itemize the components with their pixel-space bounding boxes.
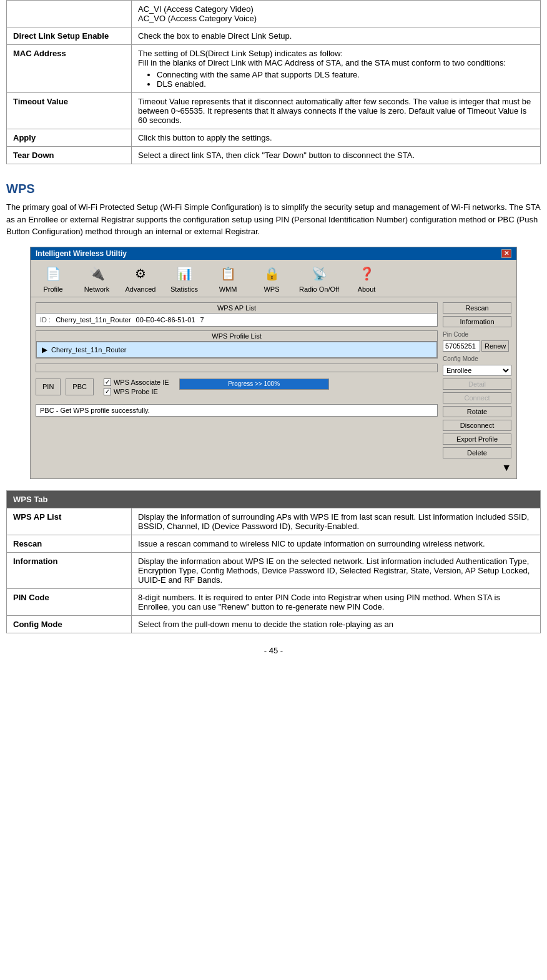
wps-associate-checkbox[interactable]: ✓: [104, 379, 111, 386]
mac-bullet-list: Connecting with the same AP that support…: [157, 70, 534, 89]
wps-table-header: WPS Tab: [7, 490, 541, 508]
title-bar-text: Intelligent Wireless Utiltiy: [36, 249, 127, 258]
profile-item[interactable]: ▶ Cherry_test_11n_Router: [37, 342, 436, 357]
network-label: Network: [84, 285, 109, 293]
wmm-label: WMM: [219, 285, 237, 293]
scrollbar[interactable]: [36, 364, 438, 372]
table-row: Tear Down Select a direct link STA, then…: [7, 147, 541, 164]
wps-table: WPS Tab WPS AP List Display the informat…: [6, 490, 541, 633]
ap-mac: 00-E0-4C-86-51-01: [136, 316, 195, 324]
progress-text: Progress >> 100%: [228, 380, 280, 387]
toolbar-advanced[interactable]: ⚙ Advanced: [124, 264, 157, 293]
wps-section: WPS The primary goal of Wi-Fi Protected …: [6, 182, 541, 238]
pbc-button[interactable]: PBC: [66, 379, 94, 395]
ap-list-row: ID : Cherry_test_11n_Router 00-E0-4C-86-…: [36, 314, 437, 326]
table-row: MAC Address The setting of DLS(Direct Li…: [7, 45, 541, 93]
table-row: Rescan Issue a rescan command to wireles…: [7, 535, 541, 552]
disconnect-button[interactable]: Disconnect: [443, 420, 511, 431]
advanced-label: Advanced: [126, 285, 156, 293]
toolbar-about[interactable]: ❓ About: [350, 264, 383, 293]
wps-profile-section: WPS Profile List ▶ Cherry_test_11n_Route…: [36, 330, 438, 359]
statistics-icon: 📊: [173, 264, 195, 284]
bullet-item: Connecting with the same AP that support…: [157, 70, 534, 79]
right-panel: Rescan Information Pin Code Renew Config…: [443, 302, 511, 473]
renew-button[interactable]: Renew: [481, 340, 509, 352]
connect-button[interactable]: Connect: [443, 392, 511, 403]
toolbar-wps[interactable]: 🔒 WPS: [255, 264, 288, 293]
timeout-label: Timeout Value: [7, 93, 132, 129]
wps-ap-list-header: WPS AP List: [36, 303, 437, 314]
wps-ap-list-label: WPS AP List: [7, 508, 132, 535]
ap-id-label: ID :: [40, 316, 51, 324]
ap-ssid: Cherry_test_11n_Router: [56, 316, 131, 324]
pin-button[interactable]: PIN: [36, 379, 61, 395]
close-button[interactable]: ✕: [501, 249, 511, 258]
table-row: Timeout Value Timeout Value represents t…: [7, 93, 541, 129]
ac-vi-text: AC_VI (Access Category Video)AC_VO (Acce…: [138, 4, 257, 23]
config-mode-table-label: Config Mode: [7, 615, 132, 633]
wps-table-header-row: WPS Tab: [7, 490, 541, 508]
teardown-label: Tear Down: [7, 147, 132, 164]
table-row: AC_VI (Access Category Video)AC_VO (Acce…: [7, 1, 541, 27]
wps-probe-checkbox[interactable]: ✓: [104, 388, 111, 395]
label-cell: [7, 1, 132, 27]
bottom-buttons: PIN PBC ✓ WPS Associate IE ✓ WPS Probe I…: [36, 376, 438, 398]
timeout-desc: Timeout Value represents that it disconn…: [132, 93, 541, 129]
left-panel: WPS AP List ID : Cherry_test_11n_Router …: [36, 302, 438, 473]
about-label: About: [358, 285, 376, 293]
wps-ap-list-section: WPS AP List ID : Cherry_test_11n_Router …: [36, 302, 438, 327]
radio-label: Radio On/Off: [299, 285, 339, 293]
delete-button[interactable]: Delete: [443, 447, 511, 458]
mac-desc-line2: Fill in the blanks of Direct Link with M…: [138, 58, 506, 67]
pin-code-table-label: PIN Code: [7, 588, 132, 615]
rescan-label: Rescan: [7, 535, 132, 552]
wps-probe-ie-row: ✓ WPS Probe IE: [104, 388, 169, 395]
wps-associate-ie-row: ✓ WPS Associate IE: [104, 379, 169, 386]
progress-bar: Progress >> 100%: [179, 379, 329, 390]
toolbar-profile[interactable]: 📄 Profile: [37, 264, 69, 293]
rotate-button[interactable]: Rotate: [443, 406, 511, 417]
wps-profile-header: WPS Profile List: [36, 331, 437, 342]
apply-label: Apply: [7, 129, 132, 147]
screenshot-box: Intelligent Wireless Utiltiy ✕ 📄 Profile…: [30, 247, 517, 479]
about-icon: ❓: [355, 264, 378, 284]
information-desc: Display the information about WPS IE on …: [132, 552, 541, 588]
pin-row: Renew: [443, 340, 511, 352]
profile-arrow-icon: ▶: [42, 345, 47, 354]
toolbar-wmm[interactable]: 📋 WMM: [212, 264, 244, 293]
wps-associate-label: WPS Associate IE: [114, 379, 169, 386]
toolbar-radio[interactable]: 📡 Radio On/Off: [299, 264, 339, 293]
table-row: Direct Link Setup Enable Check the box t…: [7, 27, 541, 45]
rescan-desc: Issue a rescan command to wireless NIC t…: [132, 535, 541, 552]
radio-icon: 📡: [308, 264, 330, 284]
toolbar-network[interactable]: 🔌 Network: [81, 264, 113, 293]
profile-icon: 📄: [42, 264, 64, 284]
desc-cell: AC_VI (Access Category Video)AC_VO (Acce…: [132, 1, 541, 27]
wps-icon: 🔒: [260, 264, 283, 284]
apply-desc: Click this button to apply the settings.: [132, 129, 541, 147]
status-area: PBC - Get WPS profile successfully.: [36, 404, 438, 417]
pin-input[interactable]: [443, 340, 480, 352]
detail-button[interactable]: Detail: [443, 379, 511, 390]
wps-heading: WPS: [6, 182, 541, 196]
wps-label: WPS: [264, 285, 279, 293]
toolbar-statistics[interactable]: 📊 Statistics: [168, 264, 200, 293]
config-mode-select[interactable]: Enrollee Registrar: [443, 365, 511, 376]
mac-address-desc: The setting of DLS(Direct Link Setup) in…: [132, 45, 541, 93]
wps-probe-label: WPS Probe IE: [114, 388, 158, 395]
scroll-down-icon[interactable]: ▼: [501, 462, 511, 473]
wps-ap-list-desc: Display the information of surrounding A…: [132, 508, 541, 535]
information-button[interactable]: Information: [443, 316, 511, 327]
top-info-table: AC_VI (Access Category Video)AC_VO (Acce…: [6, 0, 541, 164]
advanced-icon: ⚙: [129, 264, 152, 284]
table-row: Information Display the information abou…: [7, 552, 541, 588]
profile-label: Profile: [43, 285, 62, 293]
export-profile-button[interactable]: Export Profile: [443, 433, 511, 445]
direct-link-text: Check the box to enable Direct Link Setu…: [138, 31, 292, 41]
pin-code-desc: 8-digit numbers. It is required to enter…: [132, 588, 541, 615]
teardown-desc: Select a direct link STA, then click "Te…: [132, 147, 541, 164]
config-mode-desc: Select from the pull-down menu to decide…: [132, 615, 541, 633]
rescan-button[interactable]: Rescan: [443, 302, 511, 314]
direct-link-label: Direct Link Setup Enable: [7, 27, 132, 45]
ap-ch: 7: [200, 316, 204, 324]
